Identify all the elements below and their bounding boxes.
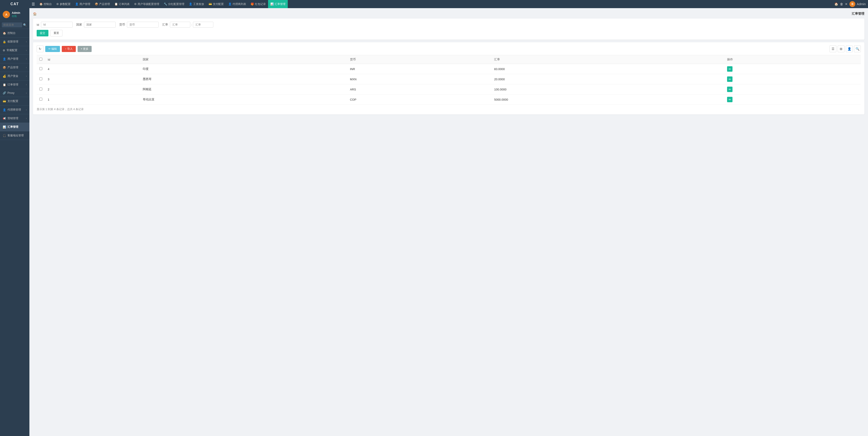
nav-item-salary[interactable]: 👤 工资发放: [187, 0, 206, 8]
row-checkbox[interactable]: [39, 77, 42, 80]
row-checkbox-cell: [37, 74, 45, 84]
nav-users-label: 用户管理: [80, 2, 90, 6]
filter-rate-range: -: [170, 22, 213, 28]
row-edit-button[interactable]: ✏: [727, 97, 733, 102]
sidebar: A Admin 在线 🔍 🏠 控制台 🔒 权限管理 › ⚙ 常规配置 › 👤 用…: [0, 8, 29, 436]
sidebar-item-dashboard[interactable]: 🏠 控制台: [0, 29, 29, 37]
nav-dashboard-label: 控制台: [44, 2, 52, 6]
general-config-icon: ⚙: [3, 49, 5, 52]
sidebar-item-permissions[interactable]: 🔒 权限管理 ›: [0, 37, 29, 46]
sidebar-item-exchange-rate[interactable]: 📊 汇率管理: [0, 123, 29, 131]
row-edit-button[interactable]: ✏: [727, 87, 733, 92]
select-all-checkbox[interactable]: [39, 58, 42, 61]
sidebar-item-user-mgmt[interactable]: 👤 用户管理 ›: [0, 55, 29, 63]
chevron-down-icon: ›: [26, 84, 27, 86]
table-footer: 显示第 1 到第 4 条记录，总共 4 条记录: [37, 107, 861, 111]
sidebar-dashboard-label: 控制台: [7, 31, 16, 35]
nav-item-user-level[interactable]: ⚙ 用户等级配置管理: [132, 0, 161, 8]
edit-button[interactable]: ✏ 编辑: [45, 46, 60, 52]
agent-mgmt-icon: 👤: [3, 108, 6, 112]
view-list-icon-button[interactable]: ☰: [830, 45, 836, 52]
sidebar-item-agent-mgmt[interactable]: 👤 代理商管理 ›: [0, 105, 29, 114]
hamburger-button[interactable]: ☰: [29, 2, 37, 6]
table-body: 4 印度 INR 83.0000 ✏ 3 墨西哥 MXN 20.0000 ✏ 2…: [37, 64, 861, 105]
table-card: ↻ ✏ 编辑 ↑ 导入 + 更多 ☰ ⊞ 👤 🔍 Id 国家 货币: [33, 42, 864, 115]
chevron-down-icon: ›: [26, 92, 27, 94]
row-checkbox-cell: [37, 64, 45, 74]
nav-salary-label: 工资发放: [193, 2, 204, 6]
nav-dividend-label: 分红配置管理: [168, 2, 184, 6]
main-content: 🏠 汇率管理 Id 国家 货币 汇率 -: [29, 8, 868, 436]
nav-item-dashboard[interactable]: 🏠 控制台: [37, 0, 54, 8]
sidebar-general-config-label: 常规配置: [6, 49, 18, 52]
nav-item-payment[interactable]: 💳 支付配置: [206, 0, 226, 8]
sidebar-payment-config-label: 支付配置: [7, 99, 18, 103]
nav-item-agents[interactable]: 👤 代理商列表: [226, 0, 248, 8]
nav-item-users[interactable]: 👤 用户管理: [73, 0, 93, 8]
row-edit-button[interactable]: ✏: [727, 76, 733, 82]
sidebar-search-input[interactable]: [2, 22, 22, 27]
header-currency: 货币: [347, 55, 491, 64]
sidebar-item-product-mgmt[interactable]: 📦 产品管理 ›: [0, 63, 29, 72]
filter-id-input[interactable]: [41, 22, 73, 28]
row-checkbox[interactable]: [39, 67, 42, 70]
nav-exchange-label: 汇率管理: [275, 2, 285, 6]
top-right-tools: 🏠 🗑 ✕ B Admin: [834, 1, 868, 7]
view-grid-icon-button[interactable]: ⊞: [838, 45, 844, 52]
row-checkbox[interactable]: [39, 98, 42, 101]
row-currency: INR: [347, 64, 491, 74]
import-button[interactable]: ↑ 导入: [62, 46, 75, 52]
home-tool-icon[interactable]: 🏠: [834, 2, 838, 6]
sidebar-order-mgmt-label: 订单管理: [7, 83, 18, 87]
nav-user-level-label: 用户等级配置管理: [137, 2, 159, 6]
sidebar-search-container: 🔍: [0, 21, 29, 29]
row-id: 4: [45, 64, 140, 74]
user-funds-icon: 💰: [3, 74, 6, 78]
top-navigation: CAT ☰ 🏠 控制台 ⚙ 参数配置 👤 用户管理 📦 产品管理 📋 订单列表 …: [0, 0, 868, 8]
nav-item-exchange[interactable]: 📊 汇率管理: [268, 0, 288, 8]
nav-item-redpacket[interactable]: 🎁 红包记录: [248, 0, 268, 8]
row-country: 印度: [140, 64, 347, 74]
filter-currency-label: 货币: [119, 23, 125, 27]
row-currency: COP: [347, 95, 491, 105]
more-button[interactable]: + 更多: [78, 46, 92, 52]
sidebar-status: 在线: [12, 14, 20, 18]
sidebar-search-icon[interactable]: 🔍: [23, 23, 27, 27]
filter-rate-max-input[interactable]: [193, 22, 213, 28]
user-mgmt-icon: 👤: [3, 57, 6, 61]
sidebar-item-order-mgmt[interactable]: 📋 订单管理 ›: [0, 81, 29, 89]
chevron-down-icon: ›: [26, 40, 27, 43]
nav-orders-label: 订单列表: [119, 2, 130, 6]
sidebar-item-payment-config[interactable]: 💳 支付配置: [0, 97, 29, 105]
filter-submit-button[interactable]: 提交: [37, 30, 49, 36]
nav-items-container: 🏠 控制台 ⚙ 参数配置 👤 用户管理 📦 产品管理 📋 订单列表 ⚙ 用户等级…: [37, 0, 834, 8]
nav-item-orders[interactable]: 📋 订单列表: [112, 0, 132, 8]
delete-tool-icon[interactable]: 🗑: [840, 2, 843, 6]
filter-rate-field: 汇率 -: [162, 22, 213, 28]
row-actions: ✏: [724, 95, 861, 105]
nav-redpacket-label: 红包记录: [255, 2, 266, 6]
filter-reset-button[interactable]: 重置: [50, 30, 62, 36]
sidebar-item-proxy[interactable]: 🔗 Proxy ›: [0, 89, 29, 97]
products-icon: 📦: [95, 2, 98, 6]
row-checkbox[interactable]: [39, 88, 42, 90]
sidebar-item-marketing[interactable]: 📢 营销管理 ›: [0, 114, 29, 123]
row-actions: ✏: [724, 84, 861, 95]
view-user-icon-button[interactable]: 👤: [846, 45, 852, 52]
sidebar-item-customer-service[interactable]: 🎧 客服地址管理: [0, 131, 29, 140]
nav-item-products[interactable]: 📦 产品管理: [93, 0, 112, 8]
sidebar-item-general-config[interactable]: ⚙ 常规配置 ›: [0, 46, 29, 55]
filter-country-input[interactable]: [84, 22, 116, 28]
filter-currency-input[interactable]: [127, 22, 159, 28]
close-tool-icon[interactable]: ✕: [845, 2, 848, 6]
row-checkbox-cell: [37, 84, 45, 95]
row-edit-button[interactable]: ✏: [727, 66, 733, 72]
header-actions: 操作: [724, 55, 861, 64]
filter-rate-min-input[interactable]: [170, 22, 190, 28]
refresh-button[interactable]: ↻: [37, 45, 43, 52]
nav-item-dividend[interactable]: 🔧 分红配置管理: [161, 0, 187, 8]
breadcrumb: 🏠 汇率管理: [33, 12, 864, 16]
sidebar-item-user-funds[interactable]: 💰 用户资金 ›: [0, 72, 29, 81]
nav-item-config[interactable]: ⚙ 参数配置: [54, 0, 73, 8]
search-icon-button[interactable]: 🔍: [854, 45, 861, 52]
